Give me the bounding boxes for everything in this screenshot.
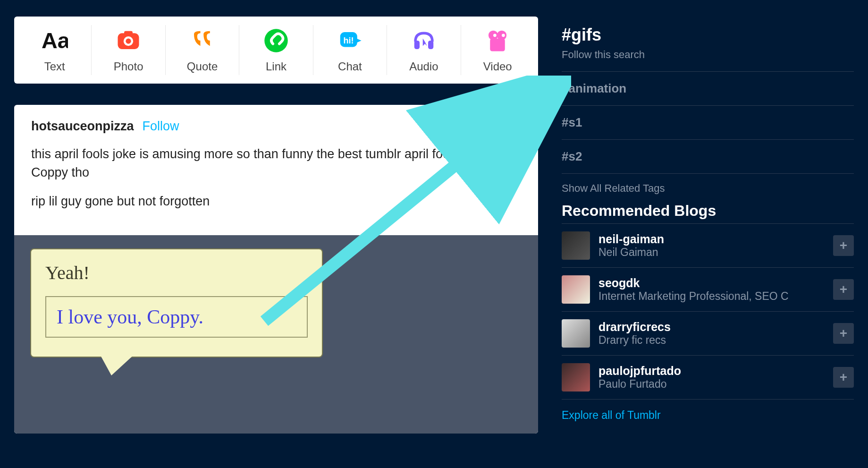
current-tag: #gifs [562,25,854,45]
follow-search-link[interactable]: Follow this search [562,49,854,61]
recommended-blogs-list: neil-gaiman Neil Gaiman + seogdk Interne… [562,223,854,400]
compose-label: Link [266,60,287,73]
compose-link[interactable]: Link [239,25,313,75]
compose-label: Chat [338,60,362,73]
svg-point-3 [126,39,131,44]
compose-chat[interactable]: hi! Chat [313,25,387,75]
show-all-tags-link[interactable]: Show All Related Tags [562,174,854,198]
follow-add-button[interactable]: + [833,323,854,344]
related-tag[interactable]: #s2 [562,140,854,174]
post-body: this april fools joke is amusing more so… [14,138,538,235]
explore-link[interactable]: Explore all of Tumblr [562,409,854,422]
svg-text:Aa: Aa [42,28,68,53]
blog-item[interactable]: neil-gaiman Neil Gaiman + [562,224,854,268]
post-author[interactable]: hotsauceonpizza [31,119,134,134]
bubble-title: Yeah! [45,262,308,284]
blog-name: paulojpfurtado [598,364,825,378]
chat-icon: hi! [336,27,363,54]
follow-add-button[interactable]: + [833,235,854,256]
compose-bar: Aa Text Photo Quote Link [14,17,538,84]
avatar [562,275,590,304]
quote-icon [189,27,216,54]
post-paragraph: rip lil guy gone but not forgotten [31,192,521,211]
svg-rect-4 [124,31,133,35]
post-image: Yeah! I love you, Coppy. [14,235,538,434]
follow-link[interactable]: Follow [143,119,179,134]
text-icon: Aa [41,27,68,54]
compose-label: Audio [409,60,438,73]
follow-add-button[interactable]: + [833,367,854,388]
blog-info: seogdk Internet Marketing Professional, … [598,276,825,303]
post-paragraph: this april fools joke is amusing more so… [31,145,521,182]
compose-label: Text [44,60,65,73]
bubble-text: I love you, Coppy. [45,296,308,338]
blog-info: drarryficrecs Drarry fic recs [598,320,825,347]
blog-item[interactable]: paulojpfurtado Paulo Furtado + [562,356,854,400]
svg-text:hi!: hi! [344,36,354,45]
compose-video[interactable]: Video [461,25,534,75]
compose-text[interactable]: Aa Text [18,25,92,75]
speech-bubble: Yeah! I love you, Coppy. [30,248,323,357]
recommended-title: Recommended Blogs [562,202,854,220]
sidebar: #gifs Follow this search #animation #s1 … [562,17,854,434]
photo-icon [115,27,142,54]
audio-icon [410,27,438,54]
compose-photo[interactable]: Photo [92,25,165,75]
compose-label: Quote [187,60,218,73]
blog-desc: Internet Marketing Professional, SEO C [598,290,825,303]
blog-desc: Drarry fic recs [598,334,825,347]
video-icon [484,27,511,54]
svg-point-14 [502,34,505,37]
svg-point-5 [264,29,288,52]
blog-desc: Paulo Furtado [598,378,825,391]
blog-info: paulojpfurtado Paulo Furtado [598,364,825,391]
avatar [562,231,590,260]
compose-quote[interactable]: Quote [166,25,239,75]
blog-name: drarryficrecs [598,320,825,334]
avatar [562,363,590,391]
blog-name: seogdk [598,276,825,290]
blog-name: neil-gaiman [598,232,825,246]
compose-audio[interactable]: Audio [387,25,461,75]
svg-rect-9 [428,41,433,49]
follow-add-button[interactable]: + [833,279,854,300]
blog-info: neil-gaiman Neil Gaiman [598,232,825,259]
post-header: hotsauceonpizza Follow [14,105,538,138]
compose-label: Video [483,60,512,73]
related-tags-list: #animation #s1 #s2 [562,71,854,174]
blog-desc: Neil Gaiman [598,246,825,259]
post-card: hotsauceonpizza Follow this april fools … [14,105,538,434]
compose-label: Photo [114,60,143,73]
blog-item[interactable]: drarryficrecs Drarry fic recs + [562,312,854,356]
svg-rect-12 [490,39,505,51]
blog-item[interactable]: seogdk Internet Marketing Professional, … [562,268,854,312]
svg-rect-8 [414,41,420,49]
related-tag[interactable]: #animation [562,72,854,106]
bubble-tail-icon [97,349,140,375]
svg-point-13 [493,34,497,37]
avatar [562,319,590,348]
link-icon [262,27,290,54]
related-tag[interactable]: #s1 [562,106,854,140]
